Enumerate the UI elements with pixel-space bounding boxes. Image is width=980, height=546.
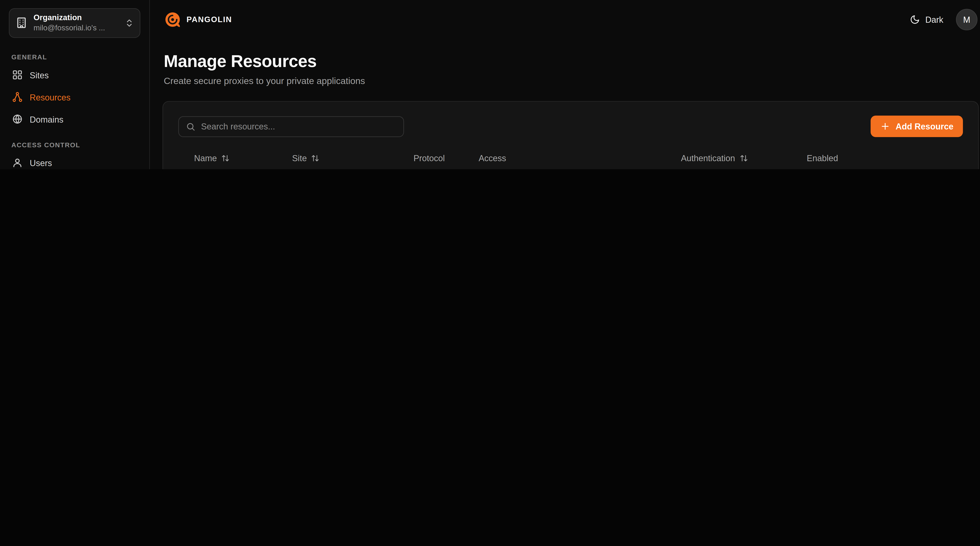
column-header-authentication: Authentication bbox=[681, 153, 807, 163]
sites-icon bbox=[12, 69, 23, 82]
topbar-right: Dark M bbox=[910, 9, 977, 30]
page-head: Manage Resources Create secure proxies t… bbox=[164, 52, 977, 86]
plus-icon bbox=[880, 121, 891, 132]
sort-icon[interactable] bbox=[311, 154, 320, 162]
theme-label: Dark bbox=[925, 15, 943, 24]
sidebar-item-resources[interactable]: Resources bbox=[9, 87, 140, 108]
search-box bbox=[178, 116, 404, 137]
card-toolbar: Add Resource bbox=[178, 116, 963, 137]
sidebar-item-label: Users bbox=[30, 159, 52, 168]
add-resource-label: Add Resource bbox=[896, 122, 953, 131]
sidebar-item-users[interactable]: Users bbox=[9, 152, 140, 169]
org-switcher-text: Organization milo@fossorial.io's ... bbox=[33, 13, 119, 33]
search-input[interactable] bbox=[201, 122, 396, 131]
moon-icon bbox=[910, 14, 920, 25]
column-header-name: Name bbox=[194, 153, 292, 163]
chevrons-up-down-icon bbox=[124, 18, 134, 28]
column-header-access: Access bbox=[479, 153, 681, 163]
sidebar-item-label: Resources bbox=[30, 93, 70, 102]
user-icon bbox=[12, 157, 23, 169]
search-icon bbox=[186, 122, 195, 131]
column-header-enabled: Enabled bbox=[807, 153, 958, 163]
sidebar-item-domains[interactable]: Domains bbox=[9, 109, 140, 131]
sidebar-item-label: Domains bbox=[30, 115, 64, 124]
page-title: Manage Resources bbox=[164, 52, 977, 71]
brand-name: PANGOLIN bbox=[186, 15, 232, 24]
sidebar-nav: GENERALSitesResourcesDomainsACCESS CONTR… bbox=[0, 40, 149, 169]
org-switcher-value: milo@fossorial.io's ... bbox=[33, 23, 119, 33]
app-window: Organization milo@fossorial.io's ... GEN… bbox=[0, 0, 980, 169]
topbar: PANGOLIN Dark M bbox=[162, 0, 979, 35]
theme-toggle-button[interactable]: Dark bbox=[910, 14, 943, 25]
resources-card: Add Resource Name Site Protocol Access bbox=[162, 101, 979, 169]
nav-section-title: GENERAL bbox=[11, 53, 138, 60]
column-header-site: Site bbox=[292, 153, 414, 163]
avatar[interactable]: M bbox=[956, 9, 977, 30]
column-header-protocol: Protocol bbox=[414, 153, 479, 163]
add-resource-button[interactable]: Add Resource bbox=[871, 116, 963, 137]
org-switcher[interactable]: Organization milo@fossorial.io's ... bbox=[9, 8, 140, 38]
nav-section-title: ACCESS CONTROL bbox=[11, 141, 138, 148]
globe-icon bbox=[12, 113, 23, 126]
sort-icon[interactable] bbox=[740, 154, 748, 162]
brand: PANGOLIN bbox=[164, 11, 232, 29]
table-header: Name Site Protocol Access Authentication bbox=[178, 145, 963, 169]
main-content: PANGOLIN Dark M Manage Resources Create … bbox=[150, 0, 980, 169]
pangolin-logo-icon bbox=[164, 11, 181, 29]
sidebar: Organization milo@fossorial.io's ... GEN… bbox=[0, 0, 150, 169]
organization-icon bbox=[15, 17, 28, 29]
sidebar-item-label: Sites bbox=[30, 71, 49, 80]
sort-icon[interactable] bbox=[221, 154, 229, 162]
org-switcher-label: Organization bbox=[33, 13, 119, 23]
resources-icon bbox=[12, 92, 23, 104]
sidebar-item-sites[interactable]: Sites bbox=[9, 65, 140, 86]
page-subtitle: Create secure proxies to your private ap… bbox=[164, 76, 977, 86]
